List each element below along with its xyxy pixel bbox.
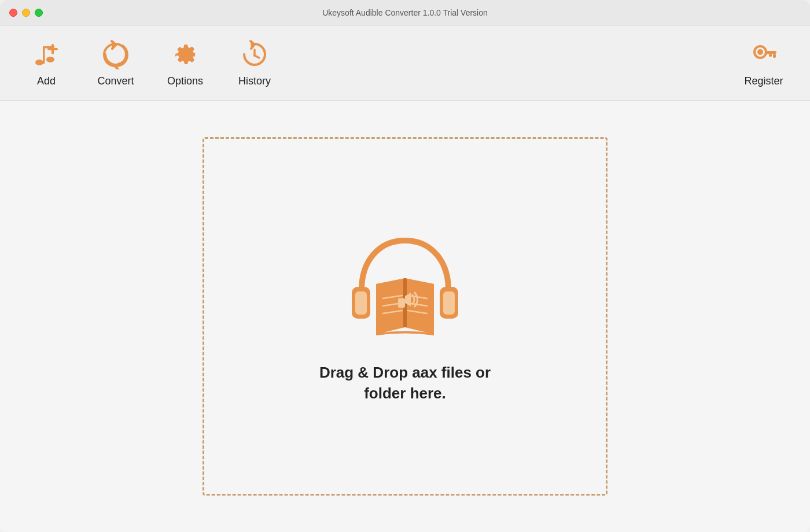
register-label: Register: [744, 75, 783, 87]
toolbar: Add: [0, 25, 810, 101]
options-icon: [169, 38, 201, 71]
convert-icon: [100, 38, 132, 71]
svg-rect-12: [773, 54, 776, 58]
svg-rect-25: [398, 298, 405, 308]
svg-rect-13: [769, 54, 772, 57]
svg-point-10: [757, 49, 763, 55]
close-button[interactable]: [9, 9, 17, 17]
drop-zone-text: Drag & Drop aax files or folder here.: [319, 362, 491, 404]
register-button[interactable]: Register: [729, 31, 798, 95]
history-button[interactable]: History: [220, 31, 289, 95]
svg-rect-5: [47, 48, 58, 50]
svg-rect-1: [43, 46, 45, 64]
drop-zone[interactable]: Drag & Drop aax files or folder here.: [203, 137, 608, 496]
traffic-lights: [9, 9, 43, 17]
add-button[interactable]: Add: [12, 31, 81, 95]
window-title: Ukeysoft Audible Converter 1.0.0 Trial V…: [322, 8, 488, 17]
options-button[interactable]: Options: [150, 31, 220, 95]
register-icon: [748, 38, 780, 71]
minimize-button[interactable]: [22, 9, 30, 17]
svg-point-3: [46, 57, 54, 62]
convert-label: Convert: [97, 75, 134, 87]
title-bar: Ukeysoft Audible Converter 1.0.0 Trial V…: [0, 0, 810, 25]
options-label: Options: [167, 75, 203, 87]
svg-rect-17: [443, 291, 455, 315]
svg-point-8: [253, 54, 256, 57]
svg-point-0: [35, 60, 43, 65]
maximize-button[interactable]: [35, 9, 43, 17]
svg-rect-11: [765, 51, 776, 54]
drop-zone-illustration: [341, 229, 469, 345]
add-label: Add: [37, 75, 56, 87]
add-icon: [30, 38, 62, 71]
main-content: Drag & Drop aax files or folder here.: [0, 101, 810, 532]
history-icon: [238, 38, 271, 71]
svg-rect-15: [355, 291, 367, 315]
app-window: Ukeysoft Audible Converter 1.0.0 Trial V…: [0, 0, 810, 532]
convert-button[interactable]: Convert: [81, 31, 150, 95]
history-label: History: [238, 75, 271, 87]
